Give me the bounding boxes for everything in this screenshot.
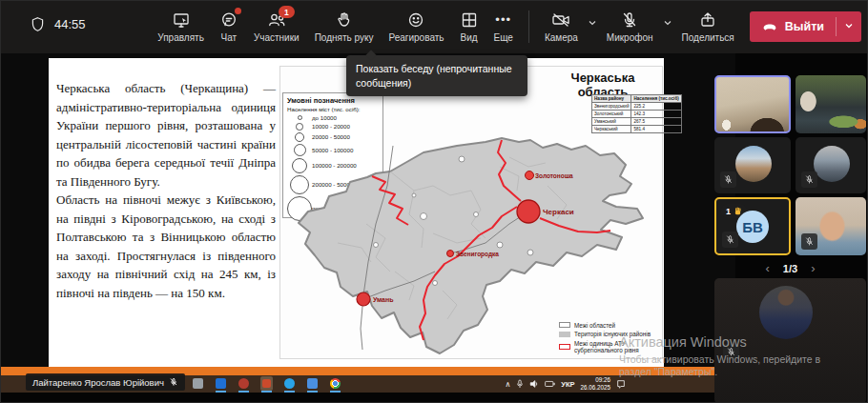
participants-badge: 1 — [279, 6, 295, 18]
tray-speaker-icon — [529, 379, 539, 389]
share-icon — [698, 10, 717, 30]
view-label: Вид — [460, 32, 477, 43]
meeting-toolbar: 44:55 Управлять Чат 1 — [1, 1, 868, 53]
microphone-chevron-icon[interactable] — [663, 14, 672, 31]
map-key: Межі областей Територія існуючих районів… — [559, 319, 662, 353]
map-key-item: Межі одиниць АТУ субрегіонального рівня — [559, 340, 662, 353]
prev-page-icon[interactable]: ‹ — [766, 262, 770, 274]
city-label: Умань — [373, 296, 394, 303]
microphone-group: Микрофон — [599, 7, 674, 46]
chat-tooltip: Показать беседу (непрочитанные сообщения… — [346, 55, 527, 96]
participant-avatar — [759, 286, 813, 339]
participant-avatar — [814, 146, 850, 182]
raise-hand-label: Поднять руку — [315, 32, 374, 43]
raise-hand-button[interactable]: Поднять руку — [307, 7, 382, 46]
meeting-status: 44:55 — [30, 16, 86, 32]
microphone-button[interactable]: Микрофон — [599, 7, 661, 46]
muted-mic-icon — [722, 232, 738, 248]
grid-view-icon — [460, 10, 479, 30]
screen-share-area: Черкаська область (Черкащина) —адміністр… — [1, 53, 735, 393]
leave-button[interactable]: Выйти — [750, 20, 836, 33]
taskbar-app-icon — [192, 377, 204, 390]
presenter-name: Лайтаренко Ярослав Юрійович — [32, 377, 164, 388]
hang-up-icon — [761, 21, 778, 32]
camera-group: Камера — [537, 7, 599, 46]
participants-icon: 1 — [266, 10, 287, 30]
camera-button[interactable]: Камера — [537, 7, 586, 46]
atu-border-swatch — [559, 344, 570, 350]
tray-time: 09:26 — [595, 376, 610, 383]
city-label: Звенигородка — [456, 251, 499, 258]
system-tray: ∧ УКР 09:26 26.06.2025 — [505, 375, 626, 393]
share-label: Поделиться — [682, 32, 734, 43]
video-tile-large[interactable] — [714, 278, 866, 403]
chat-button[interactable]: Чат — [212, 7, 246, 46]
more-label: Еще — [494, 32, 513, 43]
leave-chevron-icon[interactable] — [837, 20, 861, 33]
chrome-icon — [329, 377, 341, 390]
taskbar-icons — [192, 377, 341, 390]
tiles-pagination: ‹ 1/3 › — [714, 262, 866, 274]
toolbar-buttons: Управлять Чат 1 Участники — [150, 7, 863, 46]
taskbar-app-icon — [215, 377, 227, 390]
video-tile[interactable] — [796, 137, 866, 193]
oblast-border-swatch — [559, 322, 570, 328]
video-tile[interactable] — [714, 137, 791, 193]
presenter-mic-off-icon — [169, 377, 178, 387]
tray-language: УКР — [561, 380, 574, 389]
city-marker-cherkasy — [517, 200, 540, 223]
page-indicator: 1/3 — [783, 263, 797, 274]
taskbar-app-icon — [238, 377, 250, 390]
toolbar-separator — [528, 10, 529, 43]
camera-chevron-icon[interactable] — [588, 14, 597, 31]
map-figure: Черкаська область Умовні позначення Насе… — [279, 66, 663, 359]
slide-paragraph-2: Область на півночі межує з Київською, на… — [56, 191, 276, 302]
microphone-label: Микрофон — [607, 32, 653, 43]
shared-taskbar: Лайтаренко Ярослав Юрійович ∧ УКР — [1, 375, 735, 393]
tray-notification-icon — [616, 379, 626, 389]
tray-clock: 09:26 26.06.2025 — [580, 376, 610, 392]
raise-hand-icon — [335, 10, 354, 30]
chat-unread-dot — [235, 8, 241, 14]
leave-label: Выйти — [785, 20, 824, 33]
map-key-item: Межі областей — [559, 322, 662, 329]
camera-off-icon — [550, 10, 571, 30]
taskbar-app-icon — [283, 377, 296, 390]
taskbar-app-icon — [306, 377, 319, 390]
video-tile[interactable] — [796, 75, 866, 133]
taskbar-app-icon-active — [260, 377, 273, 390]
presenter-name-overlay: Лайтаренко Ярослав Юрійович — [26, 373, 185, 391]
ellipsis-icon: ••• — [495, 10, 511, 30]
initials-avatar: БВ — [736, 211, 769, 243]
presentation-slide: Черкаська область (Черкащина) —адміністр… — [49, 58, 664, 367]
city-marker-zolotonosha — [526, 171, 534, 180]
react-button[interactable]: Реагировать — [381, 7, 451, 46]
muted-mic-icon — [720, 171, 736, 188]
video-tile-raised-hand[interactable]: 1 БВ — [714, 197, 791, 255]
slide-paragraph-1: Черкаська область (Черкащина) —адміністр… — [56, 79, 276, 191]
muted-mic-icon — [723, 344, 739, 360]
next-page-icon[interactable]: › — [811, 262, 815, 274]
raised-hand-count: 1 — [726, 207, 731, 216]
react-label: Реагировать — [388, 32, 444, 43]
participants-button[interactable]: 1 Участники — [246, 7, 307, 46]
video-tile[interactable] — [796, 197, 866, 255]
map-key-item: Територія існуючих районів — [559, 331, 662, 337]
city-marker-zvenyhorodka — [447, 251, 454, 257]
share-button[interactable]: Поделиться — [674, 7, 742, 46]
leave-button-group: Выйти — [750, 11, 861, 42]
district-territory-swatch — [559, 332, 570, 337]
view-button[interactable]: Вид — [452, 7, 486, 46]
more-button[interactable]: ••• Еще — [486, 7, 521, 46]
screen-control-icon — [172, 10, 191, 30]
avatar-initials: БВ — [742, 219, 763, 235]
manage-button[interactable]: Управлять — [150, 7, 212, 46]
manage-label: Управлять — [157, 32, 204, 43]
chat-label: Чат — [221, 32, 238, 43]
slide-text-block: Черкаська область (Черкащина) —адміністр… — [56, 79, 276, 302]
camera-label: Камера — [545, 32, 578, 43]
muted-mic-icon — [801, 233, 817, 250]
city-marker-uman — [357, 292, 370, 306]
tray-mic-icon — [516, 379, 524, 389]
video-tile-active-speaker[interactable] — [714, 75, 791, 133]
